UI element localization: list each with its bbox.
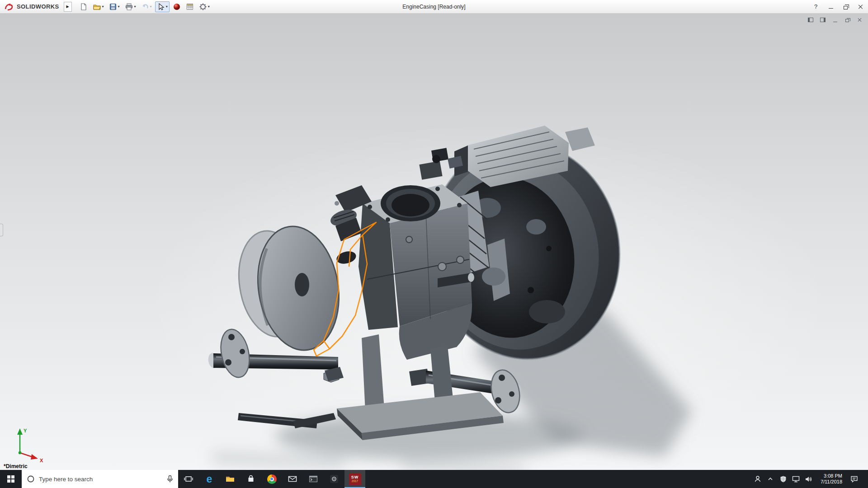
taskbar-app-settings[interactable]	[324, 470, 344, 488]
chevron-up-icon	[767, 476, 774, 482]
task-view-button[interactable]	[178, 470, 199, 488]
start-button[interactable]	[0, 470, 22, 488]
file-explorer-icon	[225, 475, 235, 483]
doc-minimize-icon	[833, 22, 837, 22]
undo-icon	[141, 3, 149, 11]
system-tray: 3:08 PM 7/11/2018	[752, 470, 868, 488]
window-controls: ?	[808, 0, 868, 13]
solidworks-icon-label: SW	[351, 475, 359, 479]
close-icon	[858, 4, 863, 9]
volume-button[interactable]	[805, 475, 812, 483]
new-document-button[interactable]	[78, 1, 90, 12]
microphone-icon[interactable]	[167, 475, 173, 483]
clock-date: 7/11/2018	[821, 479, 842, 485]
doc-pane-right-button[interactable]	[819, 16, 827, 23]
doc-close-icon	[857, 18, 862, 22]
store-icon	[247, 475, 255, 483]
panel-collapse-tab[interactable]	[0, 224, 3, 236]
save-button[interactable]: ▾	[107, 1, 122, 12]
open-button[interactable]: ▾	[91, 1, 106, 12]
doc-pane-left-button[interactable]	[807, 16, 815, 23]
restore-button[interactable]	[838, 0, 853, 13]
close-button[interactable]	[853, 0, 868, 13]
taskbar-search[interactable]	[22, 470, 178, 488]
orientation-triad: Y X	[5, 425, 51, 464]
taskbar-app-console[interactable]	[303, 470, 324, 488]
print-button[interactable]: ▾	[123, 1, 138, 12]
triad-y-label: Y	[24, 428, 27, 433]
restore-icon	[844, 6, 848, 9]
toolbar-flyout-button[interactable]: ▶	[64, 2, 72, 12]
defender-button[interactable]	[779, 475, 787, 483]
options-button[interactable]: ▾	[197, 1, 212, 12]
pane-left-icon	[808, 18, 813, 22]
action-center-button[interactable]	[850, 475, 858, 483]
volume-icon	[805, 476, 812, 483]
taskbar-app-file-explorer[interactable]	[220, 470, 241, 488]
scene-canvas[interactable]	[0, 14, 868, 470]
new-document-icon	[80, 3, 88, 11]
options-gear-icon	[199, 3, 207, 11]
console-icon	[309, 475, 318, 483]
undo-button[interactable]: ▾	[139, 1, 154, 12]
windows-logo-icon	[7, 475, 14, 483]
action-center-icon	[850, 475, 858, 483]
minimize-icon	[829, 8, 833, 9]
solidworks-logo: SOLIDWORKS	[0, 3, 62, 11]
open-dropdown-caret[interactable]: ▾	[102, 5, 104, 9]
taskbar-clock[interactable]: 3:08 PM 7/11/2018	[817, 473, 845, 485]
help-button[interactable]: ?	[808, 0, 823, 13]
print-dropdown-caret[interactable]: ▾	[134, 5, 136, 9]
search-input[interactable]	[39, 476, 163, 483]
task-view-icon	[184, 475, 193, 483]
appearance-sphere-icon	[173, 3, 181, 11]
appearance-button[interactable]	[171, 1, 183, 12]
brand-text: SOLIDWORKS	[17, 3, 59, 10]
view-orientation-label: *Dimetric	[4, 463, 28, 469]
solidworks-logo-icon	[4, 3, 14, 11]
doc-minimize-button[interactable]	[831, 16, 839, 23]
taskbar-app-chrome[interactable]	[261, 470, 282, 488]
network-display-icon	[792, 476, 800, 483]
doc-restore-icon	[845, 19, 849, 22]
taskbar-app-solidworks[interactable]: SW 2017	[344, 470, 365, 488]
taskbar-app-mail[interactable]	[282, 470, 303, 488]
doc-restore-button[interactable]	[843, 16, 851, 23]
triad-x-label: X	[40, 458, 43, 463]
options-dropdown-caret[interactable]: ▾	[208, 5, 210, 9]
select-button[interactable]: ▾	[155, 1, 170, 12]
mail-icon	[288, 475, 297, 483]
document-window-controls	[807, 16, 863, 23]
solidworks-app-icon: SW 2017	[349, 473, 361, 485]
document-title: EngineCasing [Read-only]	[402, 0, 465, 14]
chrome-icon	[267, 474, 277, 484]
undo-dropdown-caret[interactable]: ▾	[150, 5, 152, 9]
select-cursor-icon	[157, 3, 165, 11]
windows-taskbar: e	[0, 470, 868, 488]
save-icon	[109, 3, 117, 11]
cortana-circle-icon	[27, 475, 35, 483]
titlebar: SOLIDWORKS ▶ ▾ ▾	[0, 0, 868, 14]
print-icon	[125, 3, 133, 11]
network-button[interactable]	[792, 475, 800, 483]
select-dropdown-caret[interactable]: ▾	[166, 5, 168, 9]
solidworks-icon-year: 2017	[352, 480, 358, 483]
save-dropdown-caret[interactable]: ▾	[118, 5, 120, 9]
open-icon	[93, 3, 101, 11]
doc-close-button[interactable]	[855, 16, 863, 23]
main-toolbar: ▾ ▾ ▾ ▾	[76, 1, 212, 12]
graphics-viewport[interactable]: Y X *Dimetric	[0, 14, 868, 470]
clock-time: 3:08 PM	[821, 473, 842, 479]
pane-right-icon	[820, 18, 826, 22]
design-table-button[interactable]	[184, 1, 196, 12]
tray-overflow-button[interactable]	[767, 475, 774, 483]
settings-icon	[330, 474, 339, 483]
design-table-icon	[186, 3, 194, 11]
taskbar-app-store[interactable]	[241, 470, 261, 488]
minimize-button[interactable]	[823, 0, 838, 13]
taskbar-app-edge[interactable]: e	[199, 470, 220, 488]
edge-icon: e	[207, 474, 212, 484]
defender-shield-icon	[780, 475, 787, 483]
people-icon	[754, 475, 761, 483]
people-button[interactable]	[754, 475, 762, 483]
